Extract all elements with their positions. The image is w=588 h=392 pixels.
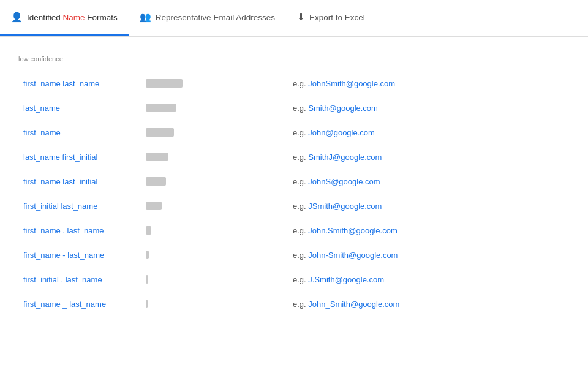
table-row: last_name first_initiale.g. SmithJ@googl…	[18, 145, 570, 169]
name-format-cell: first_name	[18, 120, 141, 145]
name-format-cell: first_initial last_name	[18, 194, 141, 218]
name-format-cell: last_name	[18, 96, 141, 120]
tab-email-label: Representative Email Addresses	[156, 13, 275, 22]
email-example-cell: e.g. JohnSmith@google.com	[288, 71, 570, 96]
name-format-cell: first_name _ last_name	[18, 292, 141, 316]
table-row: first_name . last_namee.g. John.Smith@go…	[18, 218, 570, 243]
bar-cell	[141, 145, 288, 169]
table-row: first_name last_namee.g. JohnSmith@googl…	[18, 71, 570, 96]
main-content: low confidence first_name last_namee.g. …	[0, 37, 588, 328]
email-example-cell: e.g. John.Smith@google.com	[288, 218, 570, 243]
bar-cell	[141, 243, 288, 267]
tab-bar: 👤 Identified Name Formats 👥 Representati…	[0, 0, 588, 37]
table-row: first_namee.g. John@google.com	[18, 120, 570, 145]
table-row: first_name _ last_namee.g. John_Smith@go…	[18, 292, 570, 316]
low-confidence-label: low confidence	[18, 55, 570, 62]
tab-name-formats-label: Identified Name Formats	[27, 13, 118, 22]
email-example-cell: e.g. John-Smith@google.com	[288, 243, 570, 267]
bar-cell	[141, 218, 288, 243]
table-row: first_name - last_namee.g. John-Smith@go…	[18, 243, 570, 267]
download-icon: ⬇	[297, 12, 305, 23]
person-icon: 👤	[11, 12, 23, 23]
name-format-cell: first_initial . last_name	[18, 267, 141, 292]
tab-export[interactable]: ⬇ Export to Excel	[286, 0, 376, 36]
tab-export-label: Export to Excel	[309, 13, 365, 22]
name-format-cell: first_name last_name	[18, 71, 141, 96]
table-row: first_initial last_namee.g. JSmith@googl…	[18, 194, 570, 218]
name-format-cell: last_name first_initial	[18, 145, 141, 169]
email-example-cell: e.g. JSmith@google.com	[288, 194, 570, 218]
name-format-cell: first_name last_initial	[18, 169, 141, 194]
email-example-cell: e.g. Smith@google.com	[288, 96, 570, 120]
name-format-table: first_name last_namee.g. JohnSmith@googl…	[18, 71, 570, 316]
bar-cell	[141, 120, 288, 145]
table-row: first_name last_initiale.g. JohnS@google…	[18, 169, 570, 194]
bar-cell	[141, 267, 288, 292]
table-row: first_initial . last_namee.g. J.Smith@go…	[18, 267, 570, 292]
tab-email-addresses[interactable]: 👥 Representative Email Addresses	[129, 0, 286, 36]
tab-name-formats[interactable]: 👤 Identified Name Formats	[0, 0, 129, 36]
bar-cell	[141, 292, 288, 316]
bar-cell	[141, 96, 288, 120]
name-format-cell: first_name - last_name	[18, 243, 141, 267]
bar-cell	[141, 71, 288, 96]
bar-cell	[141, 194, 288, 218]
email-example-cell: e.g. JohnS@google.com	[288, 169, 570, 194]
name-format-cell: first_name . last_name	[18, 218, 141, 243]
email-example-cell: e.g. J.Smith@google.com	[288, 267, 570, 292]
table-row: last_namee.g. Smith@google.com	[18, 96, 570, 120]
group-icon: 👥	[140, 12, 151, 23]
email-example-cell: e.g. John_Smith@google.com	[288, 292, 570, 316]
bar-cell	[141, 169, 288, 194]
email-example-cell: e.g. SmithJ@google.com	[288, 145, 570, 169]
email-example-cell: e.g. John@google.com	[288, 120, 570, 145]
